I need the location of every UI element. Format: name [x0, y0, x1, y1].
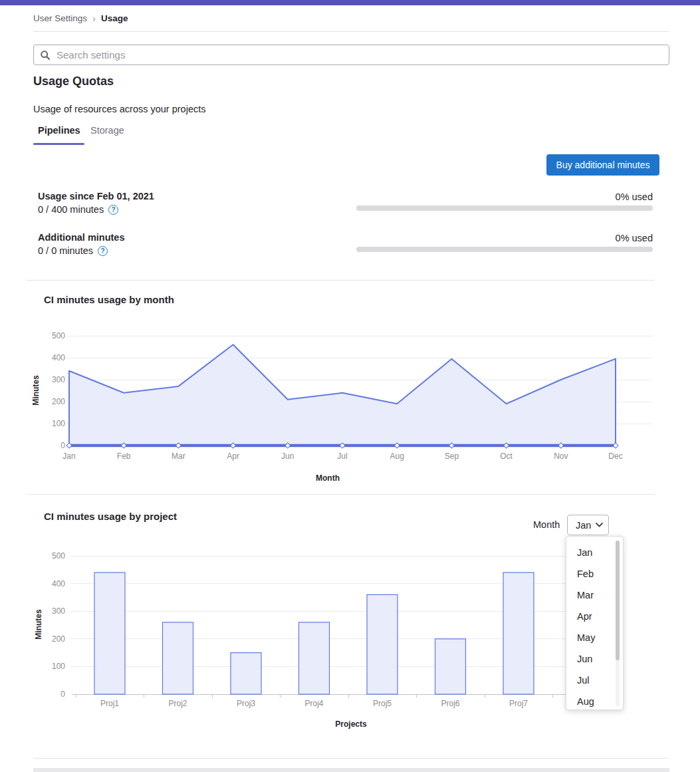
buy-additional-minutes-button[interactable]: Buy additional minutes — [546, 154, 659, 176]
x-tick-label: Apr — [227, 451, 239, 461]
top-navigation-bar — [0, 0, 700, 5]
y-tick-label: 0 — [60, 441, 65, 450]
additional-minutes-value: 0 / 0 minutes — [38, 245, 93, 256]
x-tick-label: Proj5 — [373, 699, 392, 708]
x-tick-label: Proj1 — [100, 699, 119, 708]
dropdown-scrollbar-thumb[interactable] — [616, 541, 620, 660]
month-filter-select[interactable]: Jan — [567, 515, 609, 535]
x-tick-label: Proj3 — [237, 699, 255, 708]
bar-proj7 — [503, 573, 534, 694]
help-icon[interactable]: ? — [98, 246, 108, 256]
bar-proj1 — [94, 573, 125, 694]
y-tick-label: 300 — [52, 606, 65, 616]
y-tick-label: 500 — [52, 331, 65, 340]
search-input[interactable] — [55, 49, 662, 61]
month-option-aug[interactable]: Aug — [566, 691, 623, 712]
month-filter-label: Month — [533, 519, 560, 530]
page-subtitle: Usage of resources across your projects — [33, 104, 206, 114]
month-dropdown-panel: JanFebMarAprMayJunJulAug — [566, 536, 624, 710]
y-tick-label: 200 — [52, 397, 65, 406]
search-settings-box — [33, 45, 669, 65]
y-tick-label: 100 — [52, 662, 65, 671]
month-option-jul[interactable]: Jul — [566, 670, 623, 691]
bar-proj5 — [367, 594, 398, 694]
additional-minutes-title: Additional minutes — [38, 232, 125, 243]
search-icon — [41, 51, 50, 60]
month-option-mar[interactable]: Mar — [566, 584, 623, 606]
usage-since-detail: 0 / 400 minutes ? — [38, 204, 118, 215]
breadcrumb-user-settings[interactable]: User Settings — [33, 13, 87, 23]
ci-minutes-by-month-area-chart: 0100200300400500JanFebMarAprJunJulAugSep… — [40, 329, 654, 489]
usage-since-minutes: 0 / 400 minutes — [38, 204, 104, 215]
tab-storage[interactable]: Storage — [90, 125, 124, 136]
x-tick-label: Dec — [608, 451, 622, 461]
breadcrumb-usage: Usage — [101, 13, 128, 23]
bar-proj4 — [299, 622, 330, 694]
help-icon[interactable]: ? — [108, 205, 118, 215]
breadcrumb-chevron-icon: › — [92, 13, 96, 24]
x-tick-label: Proj7 — [509, 699, 528, 708]
month-option-jan[interactable]: Jan — [566, 542, 623, 563]
y-tick-label: 100 — [52, 419, 65, 428]
usage-since-progress-bar — [356, 205, 653, 211]
x-tick-label: Proj6 — [441, 699, 459, 708]
y-tick-label: 500 — [52, 551, 65, 561]
additional-minutes-detail: 0 / 0 minutes ? — [38, 245, 108, 256]
month-option-jun[interactable]: Jun — [566, 648, 623, 670]
x-tick-label: Feb — [117, 451, 131, 461]
section-divider — [27, 494, 655, 495]
tab-pipelines[interactable]: Pipelines — [38, 125, 80, 136]
y-tick-label: 200 — [52, 634, 65, 644]
y-tick-label: 400 — [52, 353, 65, 362]
x-tick-label: Mar — [172, 451, 185, 461]
bar-proj3 — [231, 653, 261, 694]
x-tick-label: Proj4 — [304, 699, 323, 708]
y-tick-label: 400 — [52, 579, 65, 588]
breadcrumb: User Settings › Usage — [33, 13, 128, 24]
section-divider — [27, 280, 655, 281]
x-tick-label: Nov — [554, 451, 568, 461]
bar-proj2 — [163, 622, 193, 694]
month-option-apr[interactable]: Apr — [566, 606, 623, 627]
x-tick-label: Jul — [337, 451, 347, 461]
month-option-may[interactable]: May — [566, 627, 623, 648]
x-tick-label: Aug — [390, 451, 404, 461]
x-tick-label: Jan — [62, 451, 75, 461]
next-section-edge — [33, 768, 669, 772]
area-chart-y-axis-title: Minutes — [31, 364, 41, 417]
month-option-feb[interactable]: Feb — [566, 563, 623, 584]
breadcrumb-divider — [33, 31, 669, 32]
usage-since-percent: 0% used — [616, 192, 653, 202]
additional-minutes-percent: 0% used — [616, 233, 653, 243]
x-tick-label: Jun — [281, 451, 294, 461]
additional-minutes-progress-bar — [356, 247, 653, 252]
month-filter-selected-value: Jan — [576, 520, 591, 531]
bottom-divider — [33, 758, 669, 759]
chevron-down-icon — [596, 523, 603, 527]
page-title: Usage Quotas — [33, 74, 114, 88]
bar-proj6 — [435, 639, 466, 694]
x-axis-title: Month — [316, 473, 340, 483]
x-tick-label: Sep — [445, 451, 459, 461]
minutes-by-month-chart-title: CI minutes usage by month — [44, 294, 174, 305]
x-tick-label: Proj2 — [168, 699, 187, 708]
area-series — [69, 344, 616, 446]
x-axis-title: Projects — [335, 719, 367, 729]
month-dropdown-list: JanFebMarAprMayJunJulAug — [566, 537, 623, 712]
y-tick-label: 300 — [52, 375, 65, 384]
active-tab-underline — [33, 143, 84, 145]
x-tick-label: Oct — [500, 451, 513, 461]
usage-since-title: Usage since Feb 01, 2021 — [38, 191, 154, 201]
minutes-by-project-chart-title: CI minutes usage by project — [44, 511, 177, 522]
y-tick-label: 0 — [60, 690, 65, 699]
